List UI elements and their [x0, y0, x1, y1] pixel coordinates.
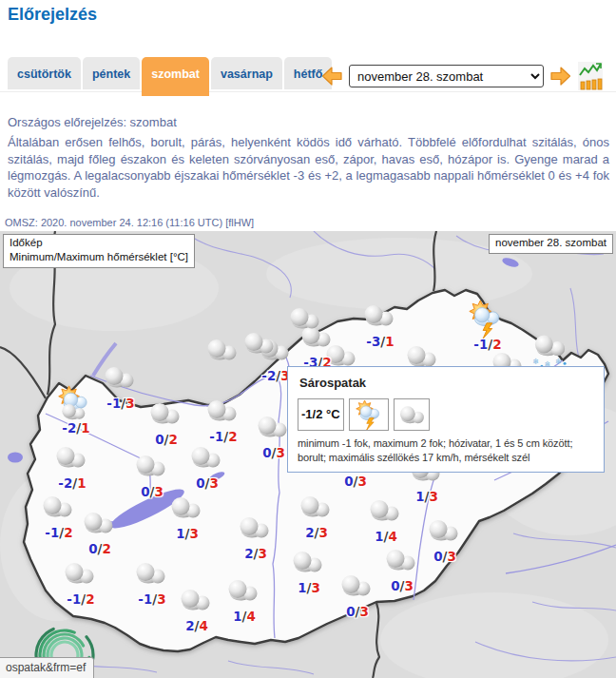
station-temp-label[interactable]: 1/4	[233, 609, 256, 624]
sun-cloud-lightning-icon	[349, 398, 389, 431]
date-select[interactable]: november 28. szombat	[349, 65, 544, 87]
cloud-icon	[241, 332, 276, 356]
next-day-arrow-icon[interactable]	[550, 66, 571, 87]
station-temp-label[interactable]: 0/2	[155, 432, 178, 447]
cloud-icon	[290, 551, 324, 574]
sun-cloud-lightning-icon	[465, 300, 507, 339]
cloud-icon	[426, 519, 460, 543]
map-legend-subtitle: Minimum/Maximum hőmérséklet [°C]	[10, 250, 188, 264]
cloud-icon	[204, 399, 239, 423]
station-temp-label[interactable]: -1/3	[138, 591, 165, 607]
cloud-icon	[147, 402, 182, 426]
day-tabs: csütörtökpéntekszombatvasárnaphétfő	[8, 57, 332, 96]
tab-szombat[interactable]: szombat	[142, 57, 209, 96]
cloud-icon	[237, 516, 271, 540]
station-temp-label[interactable]: 1/3	[298, 580, 320, 595]
cloud-icon	[383, 549, 417, 572]
station-temp-label[interactable]: 1/4	[375, 529, 397, 544]
forecast-body-text: Általában erősen felhős, borult, párás, …	[8, 134, 609, 201]
tooltip-icon-row: -1/2 °C	[298, 398, 594, 431]
station-temp-label[interactable]: -1/2	[209, 429, 237, 444]
station-temp-label[interactable]: 1/3	[176, 526, 199, 541]
sun-cloud-icon	[54, 385, 94, 421]
station-temp-label[interactable]: -2/1	[58, 475, 86, 491]
cloud-icon	[204, 339, 239, 362]
cloud-icon	[62, 562, 96, 586]
station-temp-label[interactable]: 1/3	[415, 489, 438, 504]
cloud-icon	[298, 495, 332, 519]
forecast-heading: Országos előrejelzés: szombat	[8, 115, 177, 129]
station-temp-label[interactable]: 0/2	[88, 541, 111, 556]
cloud-icon	[133, 562, 167, 586]
svg-text:❄: ❄	[532, 357, 539, 366]
forecast-issued-timestamp: OMSZ: 2020. november 24. 12:16 (11:16 UT…	[5, 217, 254, 228]
status-bar-url: ospatak&frm=ef	[0, 657, 94, 678]
cloud-icon	[168, 496, 202, 520]
cloud-icon	[361, 304, 395, 328]
station-temp-label[interactable]: -1/2	[45, 525, 72, 540]
station-temp-label[interactable]: 0/3	[196, 475, 219, 491]
cloud-icon	[367, 499, 401, 523]
cloud-icon	[394, 398, 430, 431]
map-legend-box: Időkép Minimum/Maximum hőmérséklet [°C]	[3, 234, 195, 268]
cloud-icon	[40, 495, 74, 519]
station-temp-label[interactable]: -3/1	[366, 334, 394, 349]
cloud-icon	[404, 345, 438, 369]
map-date-label: november 28. szombat	[489, 234, 613, 254]
station-temp-label[interactable]: -2/3	[261, 368, 289, 383]
station-temp-label[interactable]: 0/3	[262, 445, 285, 460]
cloud-icon	[287, 307, 321, 331]
station-temp-label[interactable]: 0/3	[346, 604, 369, 619]
forecast-page: Előrejelzés csütörtökpéntekszombatvasárn…	[0, 0, 616, 678]
station-temp-label[interactable]: 0/3	[141, 484, 164, 499]
cloud-icon	[338, 574, 373, 598]
meteogram-chart-icon[interactable]	[578, 62, 603, 90]
cloud-icon	[133, 455, 167, 478]
weather-map[interactable]: -3/1 -1/2 -3/2 -2/3 -1/3 -2/1 0/2 -1/2 0…	[0, 231, 616, 678]
station-temp-label[interactable]: -2/1	[62, 420, 89, 436]
cloud-icon	[188, 446, 222, 470]
cloud-icon	[81, 512, 115, 535]
station-temp-label[interactable]: 0/3	[433, 549, 456, 564]
cloud-icon	[53, 446, 87, 470]
date-navigation: november 28. szombat	[321, 61, 603, 91]
prev-day-arrow-icon[interactable]	[321, 66, 342, 87]
tooltip-city-name: Sárospatak	[299, 376, 594, 390]
page-title: Előrejelzés	[8, 5, 97, 25]
station-temp-label[interactable]: -1/3	[106, 396, 134, 411]
tooltip-temp-value: -1/2 °C	[301, 408, 340, 421]
tab-csütörtök[interactable]: csütörtök	[8, 57, 81, 89]
cloud-icon	[102, 366, 136, 390]
tab-vasárnap[interactable]: vasárnap	[211, 57, 282, 89]
station-temp-label[interactable]: 2/3	[244, 546, 267, 561]
station-temp-label[interactable]: 0/3	[391, 578, 414, 593]
tab-péntek[interactable]: péntek	[83, 57, 140, 89]
cloud-icon	[178, 589, 212, 612]
station-temp-label[interactable]: 2/4	[185, 618, 208, 633]
station-temp-label[interactable]: -1/2	[67, 591, 94, 607]
cloud-icon	[225, 579, 260, 603]
snow-cloud-icon: ❄ ❄ ❄	[529, 335, 569, 369]
station-temp-label[interactable]: 2/3	[305, 525, 328, 540]
map-legend-title: Időkép	[10, 236, 188, 250]
station-temp-label[interactable]: -1/2	[473, 337, 501, 352]
station-temp-label[interactable]: 0/3	[344, 474, 367, 489]
cloud-icon	[255, 416, 289, 439]
svg-text:❄: ❄	[555, 357, 562, 366]
weather-tooltip: Sárospatak -1/2 °C minimum -1 fok, maxim…	[287, 366, 605, 473]
tooltip-description: minimum -1 fok, maximum 2 fok; hózivatar…	[298, 436, 594, 465]
